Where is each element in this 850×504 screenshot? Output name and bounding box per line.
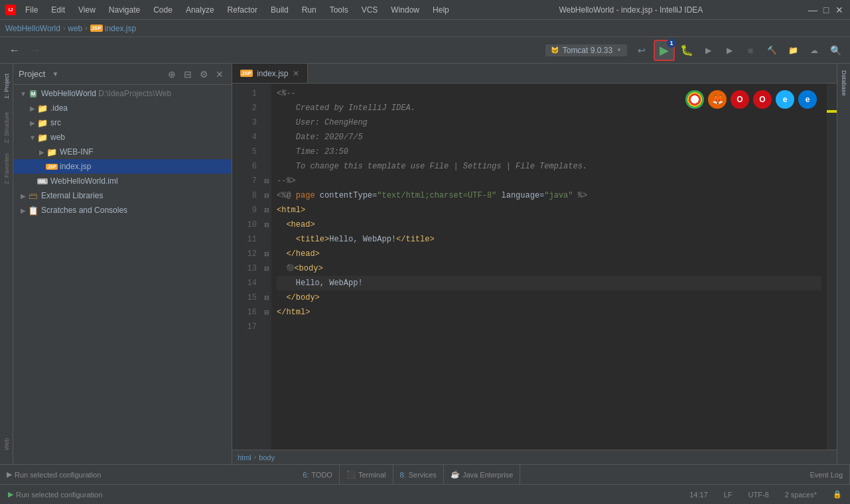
menu-analyze[interactable]: Analyze (180, 4, 220, 16)
menu-refactor[interactable]: Refactor (222, 4, 263, 16)
structure-tool-window-icon[interactable]: Z: Structure (1, 107, 13, 147)
menu-tools[interactable]: Tools (324, 4, 354, 16)
breadcrumb-file[interactable]: JSP index.jsp (90, 24, 137, 33)
java-enterprise-tab[interactable]: ☕ Java Enterprise (444, 465, 520, 484)
bc-html[interactable]: html (238, 454, 251, 462)
bottom-tool-window-bar: ▶ Run selected configuration 6: TODO ⬛ T… (0, 464, 850, 484)
chrome-icon[interactable] (685, 90, 704, 109)
run-with-profiler[interactable]: ▶ (720, 41, 739, 60)
event-log-tab[interactable]: Event Log (803, 465, 850, 484)
line-numbers-gutter: 1 2 3 4 5 6 7 8 9 10 11 12 13 14 15 16 1… (232, 84, 262, 450)
locate-file-button[interactable]: ⊕ (165, 68, 178, 81)
tree-label-extlibs: External Libraries (41, 191, 103, 200)
menu-view[interactable]: View (73, 4, 101, 16)
tree-item-root[interactable]: ▼ M WebHelloWorld D:\IdeaProjects\Web (13, 86, 232, 101)
minimize-button[interactable]: — (808, 5, 818, 15)
event-log-label: Event Log (810, 471, 843, 479)
tree-item-indexjsp[interactable]: ▶ JSP index.jsp (13, 159, 232, 174)
forward-button[interactable]: → (27, 41, 45, 60)
fold-7[interactable]: ⊟ (262, 174, 271, 188)
terminal-tab[interactable]: ⬛ Terminal (340, 465, 393, 484)
web-tool-window-icon[interactable]: Web (1, 424, 13, 464)
line-num-7: 7 (232, 174, 257, 188)
tree-label-webinf: WEB-INF (60, 147, 94, 157)
fold-15[interactable]: ⊟ (262, 290, 271, 305)
editor-area: JSP index.jsp ✕ 🦊 O O e e 1 2 3 4 5 6 (232, 64, 837, 464)
status-lock-icon[interactable]: 🔒 (830, 489, 845, 500)
menu-bar: FileEditViewNavigateCodeAnalyzeRefactorB… (20, 4, 455, 16)
tree-item-iml[interactable]: ▶ IML WebHelloWorld.iml (13, 174, 232, 188)
fold-8[interactable]: ⊟ (262, 188, 271, 203)
breadcrumb-web[interactable]: web (68, 24, 82, 33)
maximize-button[interactable]: □ (821, 5, 831, 15)
services-tab[interactable]: 8: Services (393, 465, 444, 484)
panel-close-button[interactable]: ✕ (213, 68, 226, 81)
status-encoding-label: UTF-8 (748, 491, 769, 499)
tree-item-idea[interactable]: ▶ 📁 .idea (13, 101, 232, 115)
ie-icon[interactable]: e (776, 90, 794, 109)
status-indent[interactable]: 2 spaces* (782, 489, 819, 500)
breadcrumb-filename[interactable]: index.jsp (105, 24, 136, 33)
menu-file[interactable]: File (20, 4, 43, 16)
run-config-selector[interactable]: 🐱 Tomcat 9.0.33 ▼ (545, 44, 627, 56)
build-button[interactable]: 🔨 (762, 41, 781, 60)
tree-item-webinf[interactable]: ▶ 📁 WEB-INF (13, 145, 232, 159)
collapse-all-button[interactable]: ⊟ (181, 68, 194, 81)
breadcrumb-project[interactable]: WebHelloWorld (5, 24, 60, 33)
fold-9[interactable]: ⊟ (262, 203, 271, 218)
sdk-button[interactable]: ☁ (805, 41, 823, 60)
opera-icon[interactable]: O (731, 90, 749, 109)
opera2-icon[interactable]: O (753, 90, 772, 109)
back-button[interactable]: ← (5, 41, 24, 60)
tab-indexjsp[interactable]: JSP index.jsp ✕ (232, 64, 308, 83)
menu-edit[interactable]: Edit (46, 4, 70, 16)
run-msg-label: Run selected configuration (15, 471, 101, 479)
status-bar-right: 14:17 LF UTF-8 2 spaces* 🔒 (687, 489, 845, 500)
status-line-ending[interactable]: LF (721, 489, 735, 500)
menu-run[interactable]: Run (297, 4, 322, 16)
edge-icon[interactable]: e (798, 90, 817, 109)
line-num-1: 1 (232, 86, 257, 101)
coverage-button[interactable]: ▶ (699, 41, 717, 60)
project-tool-window-icon[interactable]: 1: Project (1, 66, 13, 106)
panel-settings-button[interactable]: ⚙ (197, 68, 210, 81)
todo-tab[interactable]: 6: TODO (296, 465, 340, 484)
window-title: WebHelloWorld - index.jsp - IntelliJ IDE… (455, 5, 808, 15)
tree-item-scratches[interactable]: ▶ 📋 Scratches and Consoles (13, 203, 232, 218)
favorites-tool-window-icon[interactable]: 2: Favorites (1, 149, 13, 188)
tomcat-icon: 🐱 (551, 46, 559, 54)
tree-item-src[interactable]: ▶ 📁 src (13, 115, 232, 130)
project-structure-button[interactable]: 📁 (784, 41, 802, 60)
tab-close-button[interactable]: ✕ (293, 69, 299, 78)
undo-button[interactable]: ↩ (632, 41, 651, 60)
search-everywhere-button[interactable]: 🔍 (826, 41, 845, 60)
menu-window[interactable]: Window (386, 4, 425, 16)
fold-16[interactable]: ⊟ (262, 305, 271, 320)
menu-code[interactable]: Code (148, 4, 178, 16)
tree-item-web[interactable]: ▼ 📁 web (13, 130, 232, 145)
fold-12[interactable]: ⊟ (262, 247, 271, 261)
menu-build[interactable]: Build (265, 4, 294, 16)
fold-13[interactable]: ⊟ (262, 261, 271, 276)
status-encoding[interactable]: UTF-8 (746, 489, 772, 500)
bc-body[interactable]: body (259, 454, 275, 462)
tree-arrow-scratches: ▶ (19, 206, 28, 215)
fold-10[interactable]: ⊟ (262, 218, 271, 232)
code-editor[interactable]: 1 2 3 4 5 6 7 8 9 10 11 12 13 14 15 16 1… (232, 84, 837, 450)
menu-help[interactable]: Help (427, 4, 455, 16)
tree-item-extlibs[interactable]: ▶ 🗃 External Libraries (13, 188, 232, 203)
database-tool-window-icon[interactable]: Database (838, 66, 850, 99)
run-button[interactable]: ▶ 1 (654, 40, 675, 61)
menu-vcs[interactable]: VCS (356, 4, 384, 16)
right-scroll-gutter[interactable] (827, 84, 837, 450)
firefox-icon[interactable]: 🦊 (708, 90, 727, 109)
menu-navigate[interactable]: Navigate (104, 4, 145, 16)
debug-button[interactable]: 🐛 (677, 41, 696, 60)
stop-button[interactable]: ■ (741, 41, 760, 60)
code-content[interactable]: <%-- Created by IntelliJ IDEA. User: Che… (271, 84, 827, 450)
close-button[interactable]: ✕ (834, 5, 845, 15)
line-num-8: 8 (232, 188, 257, 203)
status-position[interactable]: 14:17 (687, 489, 711, 500)
terminal-icon: ⬛ (346, 470, 356, 479)
panel-dropdown-icon[interactable]: ▼ (52, 70, 58, 78)
